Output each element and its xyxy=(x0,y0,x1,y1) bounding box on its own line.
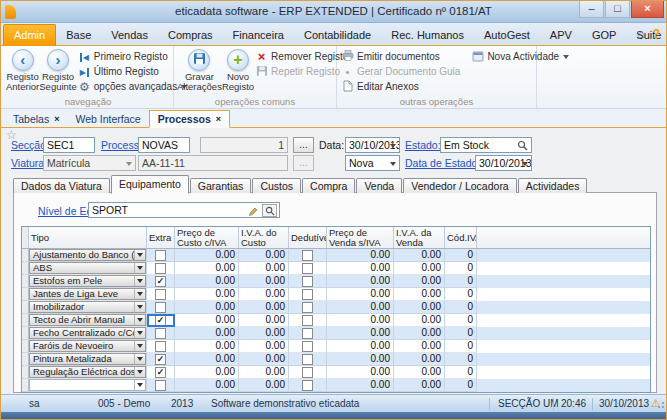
cell-tipo[interactable]: Regulação Eléctrica dos Bancos xyxy=(29,366,147,379)
minimize-button[interactable]: – xyxy=(579,1,604,18)
cell-tipo[interactable]: Faróis de Nevoeiro xyxy=(29,340,147,353)
cell-iva-venda[interactable]: 0.00 xyxy=(394,340,445,353)
checkbox-icon[interactable] xyxy=(155,302,166,313)
cell-extra-checkbox[interactable] xyxy=(147,379,175,392)
document-tab-web-interface[interactable]: Web Interface xyxy=(67,110,148,127)
cell-tipo[interactable]: Estofos em Pele xyxy=(29,275,147,288)
cell-cod-iva[interactable]: 0 xyxy=(445,379,477,392)
cell-iva-custo[interactable]: 0.00 xyxy=(239,301,289,314)
cell-iva-venda[interactable]: 0.00 xyxy=(394,275,445,288)
cell-preco-custo[interactable]: 0.00 xyxy=(175,275,239,288)
cell-preco-venda[interactable]: 0.00 xyxy=(327,249,394,262)
cell-cod-iva[interactable]: 0 xyxy=(445,262,477,275)
cell-iva-venda[interactable]: 0.00 xyxy=(394,327,445,340)
ribbon-tab-apv[interactable]: APV xyxy=(540,25,582,46)
cell-preco-venda[interactable]: 0.00 xyxy=(327,288,394,301)
dropdown-arrow-icon[interactable] xyxy=(134,315,145,325)
dropdown-arrow-icon[interactable] xyxy=(134,380,145,390)
checkbox-icon[interactable] xyxy=(302,367,313,378)
cell-cod-iva[interactable]: 0 xyxy=(445,301,477,314)
cell-extra-checkbox[interactable] xyxy=(147,340,175,353)
cell-iva-venda[interactable]: 0.00 xyxy=(394,353,445,366)
cell-preco-venda[interactable]: 0.00 xyxy=(327,262,394,275)
dropdown-arrow-icon[interactable] xyxy=(134,328,145,338)
cell-preco-venda[interactable]: 0.00 xyxy=(327,366,394,379)
checkbox-icon[interactable] xyxy=(302,380,313,391)
dropdown-arrow-icon[interactable] xyxy=(134,289,145,299)
cell-extra-checkbox[interactable] xyxy=(147,327,175,340)
dropdown-arrow-icon[interactable] xyxy=(522,162,528,169)
cell-preco-custo[interactable]: 0.00 xyxy=(175,327,239,340)
dropdown-arrow-icon[interactable] xyxy=(134,263,145,273)
cell-iva-custo[interactable]: 0.00 xyxy=(239,288,289,301)
cell-iva-venda[interactable]: 0.00 xyxy=(394,249,445,262)
checkbox-icon[interactable] xyxy=(302,276,313,287)
column-header-tipo[interactable]: Tipo xyxy=(29,227,147,248)
nivel-equipamento-field[interactable]: SPORT xyxy=(88,202,280,218)
cell-extra-checkbox[interactable] xyxy=(147,366,175,379)
checkbox-icon[interactable] xyxy=(302,263,313,274)
ribbon-tab-autogest[interactable]: AutoGest xyxy=(474,25,540,46)
document-tab-processos[interactable]: Processos× xyxy=(149,110,230,128)
close-button[interactable]: × xyxy=(631,1,664,18)
estado-field[interactable]: Em Stock xyxy=(440,137,532,153)
cell-preco-venda[interactable]: 0.00 xyxy=(327,275,394,288)
cell-dedutivel-checkbox[interactable] xyxy=(289,301,327,314)
search-button[interactable] xyxy=(262,204,277,217)
cell-extra-checkbox[interactable] xyxy=(147,249,175,262)
cell-cod-iva[interactable]: 0 xyxy=(445,340,477,353)
checkbox-icon[interactable] xyxy=(302,341,313,352)
remover-registo-button[interactable]: ×Remover Registo xyxy=(254,49,348,64)
cell-iva-custo[interactable]: 0.00 xyxy=(239,340,289,353)
cell-iva-venda[interactable]: 0.00 xyxy=(394,314,445,327)
cell-preco-custo[interactable]: 0.00 xyxy=(175,262,239,275)
emitir-documentos-button[interactable]: Emitir documentos xyxy=(340,49,460,64)
editar-anexos-button[interactable]: Editar Anexos xyxy=(340,79,460,94)
tab-venda[interactable]: Venda xyxy=(356,178,402,193)
gerar-documento-guia-button[interactable]: •Gerar Documento Guia xyxy=(340,64,460,79)
ribbon-tab-admin[interactable]: Admin xyxy=(3,24,56,46)
cell-dedutivel-checkbox[interactable] xyxy=(289,353,327,366)
cell-iva-venda[interactable]: 0.00 xyxy=(394,366,445,379)
cell-preco-custo[interactable]: 0.00 xyxy=(175,366,239,379)
checkbox-icon[interactable] xyxy=(302,354,313,365)
data-estado-field[interactable]: 30/10/2013 xyxy=(475,155,532,171)
cell-preco-venda[interactable]: 0.00 xyxy=(327,353,394,366)
nova-actividade-button[interactable]: Nova Actividade xyxy=(470,49,569,64)
cell-iva-custo[interactable]: 0.00 xyxy=(239,249,289,262)
processo-browse-button[interactable]: ... xyxy=(293,137,314,153)
gravar-alteracoes-button[interactable]: GravarAlterações xyxy=(177,48,222,92)
cell-iva-custo[interactable]: 0.00 xyxy=(239,327,289,340)
data-estado-link[interactable]: Data de Estado: xyxy=(405,155,480,171)
cell-dedutivel-checkbox[interactable] xyxy=(289,314,327,327)
cell-iva-custo[interactable]: 0.00 xyxy=(239,275,289,288)
cell-tipo[interactable]: Tecto de Abrir Manual xyxy=(29,314,147,327)
cell-extra-checkbox[interactable] xyxy=(147,353,175,366)
cell-dedutivel-checkbox[interactable] xyxy=(289,288,327,301)
checkbox-icon[interactable] xyxy=(302,302,313,313)
ribbon-tab-gop[interactable]: GOP xyxy=(582,25,626,46)
checkbox-icon[interactable] xyxy=(302,328,313,339)
cell-tipo[interactable]: Jantes de Liga Leve xyxy=(29,288,147,301)
dropdown-arrow-icon[interactable] xyxy=(134,302,145,312)
tab-compra[interactable]: Compra xyxy=(302,178,355,193)
cell-preco-venda[interactable]: 0.00 xyxy=(327,327,394,340)
checkbox-icon[interactable] xyxy=(155,341,166,352)
dropdown-arrow-icon[interactable] xyxy=(134,367,145,377)
estado-viatura-field[interactable]: Nova xyxy=(345,155,400,171)
title-bar[interactable]: eticadata software - ERP EXTENDED | Cert… xyxy=(1,1,666,23)
cell-extra-checkbox[interactable] xyxy=(147,301,175,314)
cell-cod-iva[interactable]: 0 xyxy=(445,353,477,366)
tab-garantias[interactable]: Garantias xyxy=(190,178,252,193)
column-header-preco-de-custo-c-iva[interactable]: Preço de Custo c/IVA xyxy=(175,227,239,248)
cell-cod-iva[interactable]: 0 xyxy=(445,327,477,340)
ribbon-tab-rec-humanos[interactable]: Rec. Humanos xyxy=(381,25,474,46)
tab-actividades[interactable]: Actividades xyxy=(518,178,588,193)
checkbox-icon[interactable] xyxy=(155,263,166,274)
cell-dedutivel-checkbox[interactable] xyxy=(289,366,327,379)
ribbon-tab-base[interactable]: Base xyxy=(56,25,101,46)
column-header-extra[interactable]: Extra xyxy=(147,227,175,248)
cell-preco-venda[interactable]: 0.00 xyxy=(327,301,394,314)
cell-dedutivel-checkbox[interactable] xyxy=(289,262,327,275)
column-header-i-v-a-da-venda[interactable]: I.V.A. da Venda xyxy=(394,227,445,248)
